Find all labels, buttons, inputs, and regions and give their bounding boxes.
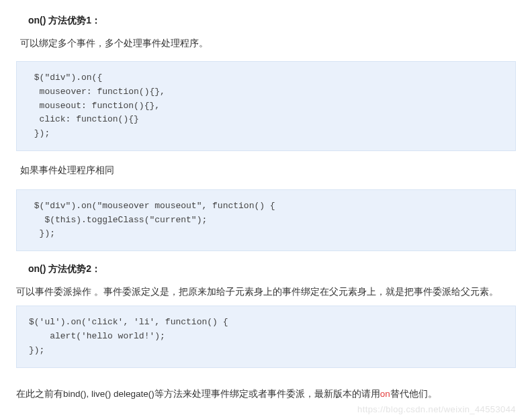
watermark: https://blog.csdn.net/weixin_44553044 <box>357 404 516 414</box>
section1-code2: $("div").on("mouseover mouseout", functi… <box>16 189 516 251</box>
section2-heading: on() 方法优势2： <box>28 263 516 275</box>
section1-code1: $("div").on({ mouseover: function(){}, m… <box>16 61 516 151</box>
final-highlight: on <box>380 389 390 399</box>
final-paragraph: 在此之前有bind(), live() delegate()等方法来处理事件绑定… <box>16 387 516 402</box>
section2-code: $('ul').on('click', 'li', function() { a… <box>16 306 516 367</box>
final-before: 在此之前有bind(), live() delegate()等方法来处理事件绑定… <box>16 389 380 399</box>
section1-heading: on() 方法优势1： <box>28 15 516 27</box>
section2-intro: 可以事件委派操作 。事件委派定义是，把原来加给子元素身上的事件绑定在父元素身上，… <box>16 285 516 300</box>
section1-note: 如果事件处理程序相同 <box>20 163 516 179</box>
final-after: 替代他们。 <box>390 389 437 399</box>
section1-intro: 可以绑定多个事件，多个处理事件处理程序。 <box>20 36 516 52</box>
